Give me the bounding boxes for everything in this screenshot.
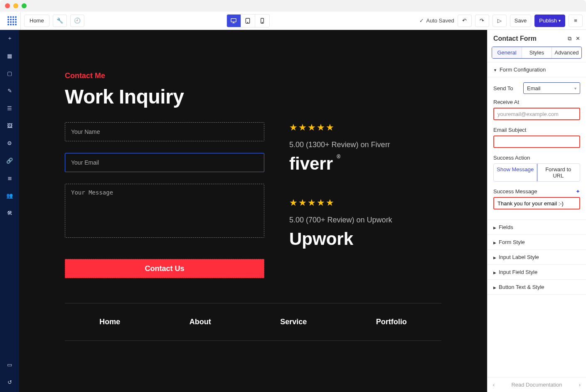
redo-button[interactable]: ↷ [475,15,489,27]
svg-point-2 [248,22,248,22]
section-label: Form Configuration [500,67,546,73]
form-message-input[interactable] [65,184,264,238]
tools-icon: 🛠 [7,210,12,216]
section-form-configuration[interactable]: Form Configuration [488,62,586,77]
rail-integrations-button[interactable]: 🔗 [5,156,14,165]
device-switcher [227,14,270,27]
rail-pages-button[interactable]: ▢ [5,69,14,77]
device-desktop-button[interactable] [227,15,241,27]
rating-text: 5.00 (1300+ Review) on Fiverr [289,141,431,149]
book-icon: ▭ [7,362,12,368]
rail-design-button[interactable]: ✎ [5,86,14,95]
page-section: Contact Me Work Inquiry Contact Us ★★★★★ [19,30,487,392]
stars-icon: ★★★★★ [289,122,431,133]
clock-icon: 🕘 [74,17,81,24]
rail-blocks-button[interactable]: ▦ [5,52,14,60]
app-logo[interactable] [3,12,21,30]
rail-tools-button[interactable]: 🛠 [5,209,14,217]
rail-docs-button[interactable]: ▭ [5,360,14,369]
footer-prev-button[interactable]: ‹ [488,382,500,388]
chevron-down-icon: ▾ [574,86,576,91]
footer-nav-service[interactable]: Service [280,318,307,326]
duplicate-icon[interactable]: ⧉ [568,35,571,42]
logo-grid-icon [7,16,17,25]
rail-help-button[interactable]: ↺ [5,378,14,386]
blocks-icon: ▦ [7,53,12,59]
section-form-style[interactable]: Form Style [488,234,586,249]
footer-nav-portfolio[interactable]: Portfolio [376,318,407,326]
submit-label: Contact Us [145,264,184,273]
pencil-ruler-icon: ✎ [7,88,12,94]
form-email-input[interactable] [65,153,264,172]
history-button[interactable]: 🕘 [70,15,84,27]
window-maximize-dot[interactable] [22,3,27,8]
send-to-select[interactable]: Email ▾ [523,82,580,94]
caret-right-icon [493,239,496,245]
publish-button[interactable]: Publish ▾ [534,15,565,27]
hamburger-menu-button[interactable]: ≡ [569,15,583,27]
success-action-group: Show Message Forward to URL [493,163,580,182]
rail-settings-button[interactable]: ⚙ [5,139,14,147]
success-message-input[interactable] [493,197,580,210]
settings-button[interactable]: 🔧 [53,15,67,27]
page-icon: ▢ [7,70,12,76]
rail-layers-button[interactable]: ☰ [5,104,14,112]
tab-general[interactable]: General [492,47,522,58]
magic-wand-icon[interactable]: ✦ [576,188,580,195]
stars-icon: ★★★★★ [289,197,431,208]
home-label: Home [30,17,44,24]
footer-next-button[interactable]: › [574,382,586,388]
tab-advanced[interactable]: Advanced [552,47,581,58]
home-breadcrumb[interactable]: Home [24,15,49,27]
section-button-text-style[interactable]: Button Text & Style [488,279,586,295]
rail-users-button[interactable]: 👥 [5,191,14,200]
hamburger-icon: ≡ [574,17,577,24]
preview-button[interactable]: ▷ [492,15,507,27]
window-minimize-dot[interactable] [13,3,18,8]
device-mobile-button[interactable] [255,15,269,27]
footer-nav-about[interactable]: About [190,318,211,326]
success-action-show-message[interactable]: Show Message [493,163,537,182]
caret-right-icon [493,284,496,290]
save-button[interactable]: Save [510,15,532,27]
close-icon[interactable]: ✕ [576,35,580,42]
rating-text: 5.00 (700+ Review) on Upwork [289,216,431,224]
rail-data-button[interactable]: ≣ [5,174,14,182]
database-icon: ≣ [7,175,12,181]
tab-styles[interactable]: Styles [522,47,552,58]
undo-button[interactable]: ↶ [458,15,472,27]
section-fields[interactable]: Fields [488,219,586,234]
plus-icon: ＋ [7,35,12,42]
receive-at-label: Receive At [493,99,580,105]
success-action-forward-url[interactable]: Forward to URL [537,164,580,181]
refresh-icon: ↺ [7,379,12,385]
caret-right-icon [493,254,496,260]
success-action-label: Success Action [493,155,580,161]
layers-icon: ☰ [7,105,12,111]
section-input-label-style[interactable]: Input Label Style [488,249,586,264]
save-label: Save [515,17,527,24]
window-titlebar [0,0,586,12]
email-subject-input[interactable] [493,136,580,148]
auto-saved-status: ✓ Auto Saved [419,17,454,24]
contact-form-block[interactable]: Contact Us [65,122,264,278]
top-toolbar: Home 🔧 🕘 ✓ Auto Saved ↶ ↷ ▷ Save Publish… [0,12,586,30]
section-input-field-style[interactable]: Input Field Style [488,264,586,279]
window-close-dot[interactable] [5,3,10,8]
right-panel: Contact Form ⧉ ✕ General Styles Advanced… [487,30,586,392]
link-icon: 🔗 [6,158,13,164]
read-documentation-link[interactable]: Read Documentation [500,382,574,388]
left-rail: ＋ ▦ ▢ ✎ ☰ 🖼 ⚙ 🔗 ≣ 👥 🛠 ▭ ↺ [0,30,19,392]
success-message-label: Success Message [493,188,537,195]
caret-down-icon [493,67,497,73]
rail-media-button[interactable]: 🖼 [5,121,14,130]
rail-add-button[interactable]: ＋ [5,34,14,42]
form-submit-button[interactable]: Contact Us [65,259,264,278]
canvas[interactable]: Contact Me Work Inquiry Contact Us ★★★★★ [19,30,487,392]
footer-nav-home[interactable]: Home [99,318,120,326]
form-name-input[interactable] [65,122,264,141]
receive-at-input[interactable] [493,108,580,120]
users-icon: 👥 [6,192,13,199]
device-tablet-button[interactable] [241,15,255,27]
chevron-down-icon: ▾ [559,18,561,23]
